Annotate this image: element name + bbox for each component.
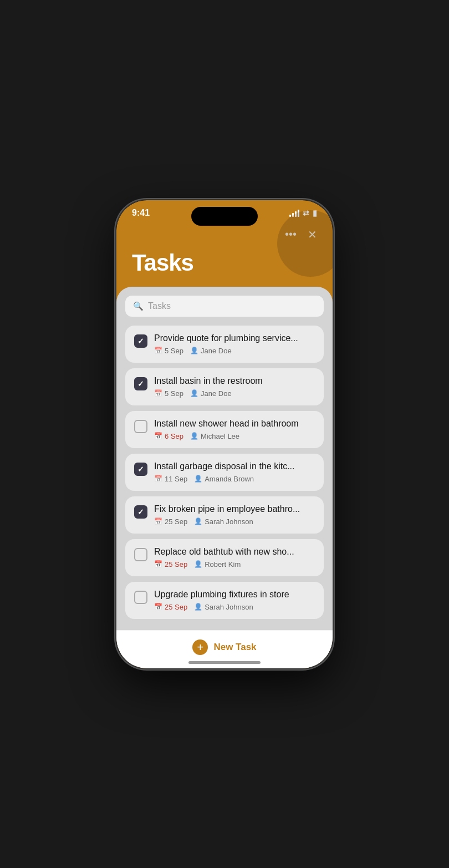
task-assignee: 👤 Jane Doe <box>190 389 232 398</box>
calendar-icon: 📅 <box>154 517 162 525</box>
task-item: Provide quote for plumbing service... 📅 … <box>125 326 324 363</box>
person-icon: 👤 <box>194 475 202 483</box>
task-date-value: 11 Sep <box>165 475 187 483</box>
task-assignee-name: Jane Doe <box>201 347 232 355</box>
task-assignee-name: Robert Kim <box>205 560 241 568</box>
task-meta: 📅 25 Sep 👤 Sarah Johnson <box>154 603 315 611</box>
task-assignee-name: Sarah Johnson <box>205 603 253 611</box>
task-date: 📅 5 Sep <box>154 347 183 355</box>
calendar-icon: 📅 <box>154 432 162 440</box>
calendar-icon: 📅 <box>154 603 162 611</box>
task-checkbox-6[interactable] <box>134 548 147 561</box>
task-item: Install basin in the restroom 📅 5 Sep 👤 … <box>125 368 324 405</box>
task-item: Replace old bathtub with new sho... 📅 25… <box>125 539 324 576</box>
tasks-list: Provide quote for plumbing service... 📅 … <box>116 322 333 668</box>
task-title: Install garbage disposal in the kitc... <box>154 461 315 471</box>
task-title: Fix broken pipe in employee bathro... <box>154 504 315 514</box>
task-item: Install garbage disposal in the kitc... … <box>125 454 324 491</box>
task-date-value: 25 Sep <box>165 517 187 526</box>
task-assignee: 👤 Sarah Johnson <box>194 603 253 611</box>
new-task-label: New Task <box>213 642 256 653</box>
task-assignee-name: Michael Lee <box>201 432 239 440</box>
search-bar[interactable]: 🔍 Tasks <box>125 296 324 317</box>
task-date: 📅 11 Sep <box>154 475 187 483</box>
task-assignee: 👤 Sarah Johnson <box>194 517 253 526</box>
task-assignee: 👤 Michael Lee <box>190 432 239 440</box>
task-title: Replace old bathtub with new sho... <box>154 547 315 557</box>
task-title: Provide quote for plumbing service... <box>154 333 315 343</box>
search-placeholder: Tasks <box>148 301 171 311</box>
person-icon: 👤 <box>194 517 202 525</box>
task-info: Replace old bathtub with new sho... 📅 25… <box>154 547 315 568</box>
task-meta: 📅 25 Sep 👤 Sarah Johnson <box>154 517 315 526</box>
task-date-value: 25 Sep <box>165 560 187 568</box>
task-checkbox-5[interactable] <box>134 505 147 519</box>
task-checkbox-4[interactable] <box>134 463 147 476</box>
task-date-value: 5 Sep <box>165 347 183 355</box>
person-icon: 👤 <box>190 347 198 354</box>
task-date: 📅 25 Sep <box>154 517 187 526</box>
search-icon: 🔍 <box>133 301 144 311</box>
task-meta: 📅 6 Sep 👤 Michael Lee <box>154 432 315 440</box>
person-icon: 👤 <box>194 560 202 568</box>
task-title: Install new shower head in bathroom <box>154 419 315 429</box>
task-info: Install garbage disposal in the kitc... … <box>154 461 315 483</box>
task-checkbox-3[interactable] <box>134 420 147 433</box>
task-date: 📅 6 Sep <box>154 432 183 440</box>
task-item: Upgrade plumbing fixtures in store 📅 25 … <box>125 582 324 619</box>
task-assignee-name: Amanda Brown <box>205 475 254 483</box>
task-title: Install basin in the restroom <box>154 376 315 386</box>
content-card: 🔍 Tasks Provide quote for plumbing servi… <box>116 287 333 668</box>
task-date: 📅 25 Sep <box>154 560 187 568</box>
status-time: 9:41 <box>132 208 150 218</box>
task-info: Install basin in the restroom 📅 5 Sep 👤 … <box>154 376 315 398</box>
task-info: Install new shower head in bathroom 📅 6 … <box>154 419 315 440</box>
task-checkbox-2[interactable] <box>134 377 147 390</box>
calendar-icon: 📅 <box>154 347 162 354</box>
task-assignee-name: Jane Doe <box>201 389 232 398</box>
task-checkbox-1[interactable] <box>134 334 147 348</box>
home-indicator <box>188 661 261 664</box>
task-checkbox-7[interactable] <box>134 591 147 604</box>
task-date-value: 25 Sep <box>165 603 187 611</box>
phone-screen: 9:41 ⇄ ▮ ••• ✕ Tasks <box>116 200 333 668</box>
dynamic-island <box>191 207 258 226</box>
task-meta: 📅 11 Sep 👤 Amanda Brown <box>154 475 315 483</box>
task-assignee: 👤 Robert Kim <box>194 560 241 568</box>
task-assignee: 👤 Amanda Brown <box>194 475 254 483</box>
task-item: Install new shower head in bathroom 📅 6 … <box>125 411 324 448</box>
task-info: Provide quote for plumbing service... 📅 … <box>154 333 315 355</box>
task-date: 📅 5 Sep <box>154 389 183 398</box>
task-meta: 📅 25 Sep 👤 Robert Kim <box>154 560 315 568</box>
task-date: 📅 25 Sep <box>154 603 187 611</box>
task-assignee-name: Sarah Johnson <box>205 517 253 526</box>
task-date-value: 5 Sep <box>165 389 183 398</box>
task-item: Fix broken pipe in employee bathro... 📅 … <box>125 496 324 534</box>
phone-frame: 9:41 ⇄ ▮ ••• ✕ Tasks <box>116 200 333 668</box>
calendar-icon: 📅 <box>154 389 162 397</box>
person-icon: 👤 <box>194 603 202 611</box>
task-meta: 📅 5 Sep 👤 Jane Doe <box>154 347 315 355</box>
person-icon: 👤 <box>190 389 198 397</box>
task-title: Upgrade plumbing fixtures in store <box>154 590 315 600</box>
person-icon: 👤 <box>190 432 198 440</box>
task-info: Fix broken pipe in employee bathro... 📅 … <box>154 504 315 526</box>
task-info: Upgrade plumbing fixtures in store 📅 25 … <box>154 590 315 611</box>
task-date-value: 6 Sep <box>165 432 183 440</box>
search-container: 🔍 Tasks <box>116 287 333 322</box>
task-assignee: 👤 Jane Doe <box>190 347 232 355</box>
header-area: ••• ✕ Tasks <box>116 221 333 287</box>
calendar-icon: 📅 <box>154 475 162 483</box>
calendar-icon: 📅 <box>154 560 162 568</box>
task-meta: 📅 5 Sep 👤 Jane Doe <box>154 389 315 398</box>
new-task-plus-icon: + <box>192 639 208 655</box>
